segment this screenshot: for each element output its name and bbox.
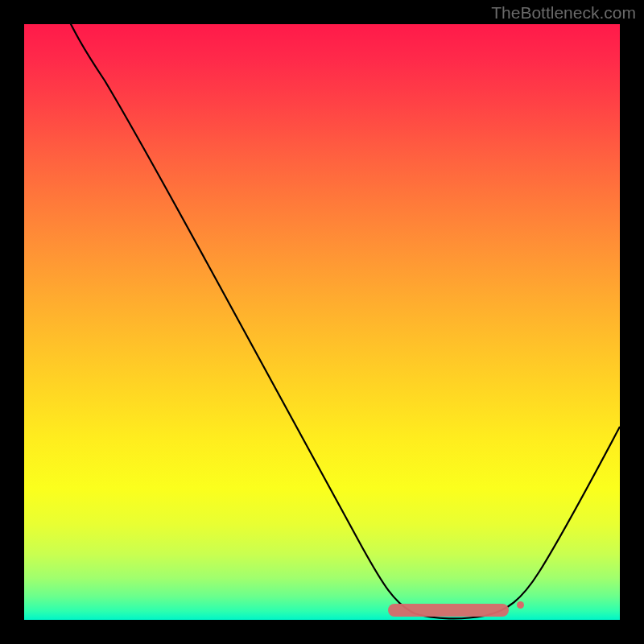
- bottleneck-curve: [24, 24, 620, 620]
- plot-area: [24, 24, 620, 620]
- curve-path: [48, 24, 620, 618]
- minimum-region-marker: [388, 604, 509, 617]
- watermark-text: TheBottleneck.com: [491, 3, 636, 23]
- minimum-point-marker: [517, 601, 524, 609]
